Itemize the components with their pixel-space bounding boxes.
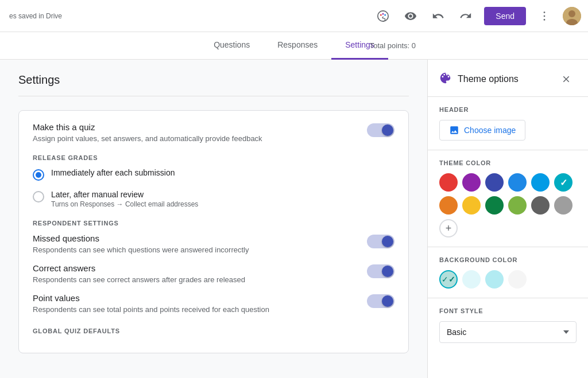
theme-close-button[interactable] xyxy=(556,69,577,89)
radio-immediately-circle[interactable] xyxy=(33,169,44,181)
theme-color-section: THEME COLOR + xyxy=(428,150,588,247)
color-swatch-purple[interactable] xyxy=(462,173,481,192)
release-grades-label: RELEASE GRADES xyxy=(33,154,394,161)
svg-point-2 xyxy=(382,13,384,14)
quiz-toggle-thumb xyxy=(382,124,393,136)
svg-point-3 xyxy=(385,14,386,15)
color-swatch-lightblue[interactable] xyxy=(531,173,550,192)
color-swatch-add[interactable]: + xyxy=(439,219,458,237)
color-swatch-darkgreen[interactable] xyxy=(485,196,504,215)
respondent-settings-label: RESPONDENT SETTINGS xyxy=(33,220,394,227)
theme-color-grid: + xyxy=(439,173,577,237)
avatar[interactable] xyxy=(563,7,581,25)
radio-immediately[interactable]: Immediately after each submission xyxy=(33,168,394,181)
send-button[interactable]: Send xyxy=(484,7,526,25)
missed-questions-info: Missed questions Respondents can see whi… xyxy=(33,233,249,254)
choose-image-button[interactable]: Choose image xyxy=(439,120,525,141)
point-values-desc: Respondents can see total points and poi… xyxy=(33,305,269,314)
missed-questions-track[interactable] xyxy=(367,235,394,248)
color-swatch-blue[interactable] xyxy=(508,173,527,192)
bg-swatch-teal[interactable]: ✓ xyxy=(439,270,458,289)
missed-questions-desc: Respondents can see which questions were… xyxy=(33,245,249,254)
redo-button[interactable] xyxy=(454,5,477,28)
radio-immediately-label: Immediately after each submission xyxy=(51,168,175,177)
preview-button[interactable] xyxy=(399,5,422,28)
settings-panel: Settings Make this a quiz Assign point v… xyxy=(0,60,427,378)
radio-later-content: Later, after manual review Turns on Resp… xyxy=(51,190,198,208)
point-values-thumb xyxy=(382,295,393,307)
theme-header-section: HEADER Choose image xyxy=(428,97,588,150)
point-values-info: Point values Respondents can see total p… xyxy=(33,293,269,314)
bg-swatch-light2[interactable] xyxy=(485,270,504,289)
correct-answers-thumb xyxy=(382,266,393,277)
theme-color-label: THEME COLOR xyxy=(439,159,577,166)
color-swatch-gray[interactable] xyxy=(554,196,572,215)
svg-point-1 xyxy=(380,14,382,15)
tab-responses[interactable]: Responses xyxy=(264,32,331,60)
tab-questions[interactable]: Questions xyxy=(200,32,264,60)
svg-point-5 xyxy=(544,15,546,17)
color-swatch-cyan[interactable] xyxy=(554,173,572,192)
quiz-info: Make this a quiz Assign point values, se… xyxy=(33,122,262,143)
svg-point-0 xyxy=(378,10,388,21)
settings-title: Settings xyxy=(18,73,409,87)
undo-button[interactable] xyxy=(427,5,450,28)
radio-immediately-content: Immediately after each submission xyxy=(51,168,175,177)
radio-later[interactable]: Later, after manual review Turns on Resp… xyxy=(33,190,394,208)
svg-point-4 xyxy=(544,11,546,13)
radio-immediately-inner xyxy=(36,172,41,178)
quiz-title: Make this a quiz xyxy=(33,122,262,132)
total-points: Total points: 0 xyxy=(370,41,416,50)
more-options-button[interactable] xyxy=(533,5,556,28)
color-swatch-green[interactable] xyxy=(508,196,527,215)
correct-answers-info: Correct answers Respondents can see corr… xyxy=(33,263,245,284)
point-values-row: Point values Respondents can see total p… xyxy=(33,293,394,314)
global-label: GLOBAL QUIZ DEFAULTS xyxy=(33,328,394,334)
missed-questions-row: Missed questions Respondents can see whi… xyxy=(33,233,394,254)
divider xyxy=(18,96,409,96)
bg-color-section: BACKGROUND COLOR ✓ xyxy=(428,247,588,298)
quiz-toggle-track[interactable] xyxy=(367,123,394,137)
correct-answers-desc: Respondents can see correct answers afte… xyxy=(33,275,245,284)
color-swatch-darkgray[interactable] xyxy=(531,196,550,215)
palette-icon xyxy=(439,72,452,87)
color-swatch-orange[interactable] xyxy=(439,196,458,215)
radio-later-label: Later, after manual review xyxy=(51,190,198,199)
svg-point-6 xyxy=(544,19,546,21)
quiz-card: Make this a quiz Assign point values, se… xyxy=(18,110,409,353)
color-swatch-yellow[interactable] xyxy=(462,196,481,215)
font-style-select[interactable]: Basic Decorative Formal Playful xyxy=(439,321,577,343)
saved-status: es saved in Drive xyxy=(9,12,62,20)
radio-later-sublabel: Turns on Responses → Collect email addre… xyxy=(51,200,198,208)
bg-swatch-light1[interactable] xyxy=(462,270,481,289)
theme-title: Theme options xyxy=(458,74,519,84)
topbar-icons: Send xyxy=(372,5,581,28)
font-style-label: FONT STYLE xyxy=(439,307,577,314)
correct-answers-toggle[interactable] xyxy=(367,264,394,278)
missed-questions-title: Missed questions xyxy=(33,233,249,243)
theme-panel: Theme options HEADER Choose image THEME … xyxy=(427,60,588,378)
correct-answers-track[interactable] xyxy=(367,264,394,278)
point-values-track[interactable] xyxy=(367,294,394,308)
theme-title-row: Theme options xyxy=(439,72,519,87)
font-style-section: FONT STYLE Basic Decorative Formal Playf… xyxy=(428,298,588,352)
point-values-toggle[interactable] xyxy=(367,294,394,308)
missed-questions-thumb xyxy=(382,236,393,247)
radio-later-circle[interactable] xyxy=(33,191,44,202)
main-layout: Settings Make this a quiz Assign point v… xyxy=(0,60,588,378)
missed-questions-toggle[interactable] xyxy=(367,235,394,248)
tabbar: Questions Responses Settings Total point… xyxy=(0,32,588,60)
choose-image-label: Choose image xyxy=(464,126,516,135)
theme-header: Theme options xyxy=(428,60,588,97)
header-label: HEADER xyxy=(439,106,577,113)
color-swatch-indigo[interactable] xyxy=(485,173,504,192)
bg-swatch-white[interactable] xyxy=(508,270,527,289)
correct-answers-title: Correct answers xyxy=(33,263,245,273)
quiz-toggle[interactable] xyxy=(367,123,394,137)
svg-point-8 xyxy=(568,10,575,17)
color-swatch-red[interactable] xyxy=(439,173,458,192)
bg-color-grid: ✓ xyxy=(439,270,577,289)
topbar: es saved in Drive Send xyxy=(0,0,588,32)
palette-button[interactable] xyxy=(372,5,394,28)
quiz-row: Make this a quiz Assign point values, se… xyxy=(33,122,394,143)
